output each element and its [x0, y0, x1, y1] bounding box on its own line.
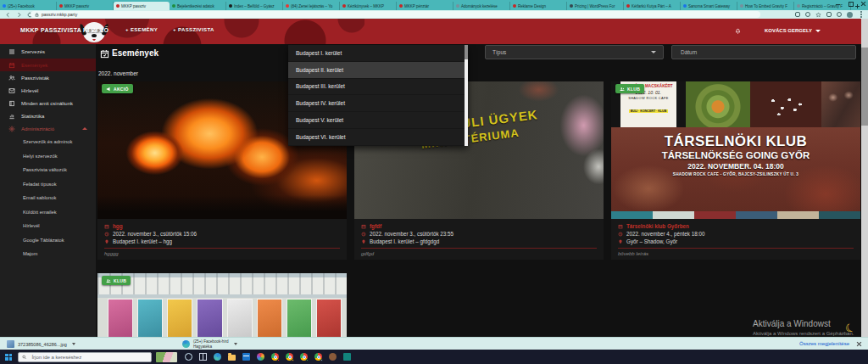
book-icon	[8, 100, 15, 107]
browser-tab[interactable]: Index – Belföld – Gyász	[226, 2, 283, 10]
sidebar-item-events[interactable]: Események	[0, 59, 96, 71]
chrome-profile-icon[interactable]	[271, 353, 279, 361]
month-label: 2022. november	[98, 70, 138, 76]
sidebar-item-everything-we-did[interactable]: Minden amit csináltunk	[0, 97, 96, 109]
district-option-highlighted[interactable]: Budapest II. kerület	[288, 62, 468, 79]
page-scrollbar-thumb[interactable]	[861, 48, 868, 126]
page-scrollbar[interactable]	[861, 19, 868, 337]
download-filename-line2: Hagyatéka	[193, 344, 229, 349]
chevron-down-icon[interactable]	[234, 343, 237, 345]
extension-icon[interactable]	[805, 12, 810, 17]
collage-photo-pills	[750, 81, 821, 127]
sidebar-subitem-local-organizers[interactable]: Helyi szervezők	[0, 149, 96, 164]
browser-tab[interactable]: Kézikönyvek – MKKP	[340, 2, 397, 10]
gimp-icon[interactable]	[329, 353, 337, 361]
sidebar-item-administration[interactable]: Adminisztráció	[0, 122, 96, 135]
add-event-button[interactable]: + ESEMÉNY	[125, 27, 158, 32]
address-bar[interactable]: passziv.mkkp.party	[31, 11, 760, 18]
sidebar-item-statistics[interactable]: Statisztika	[0, 109, 96, 122]
browser-tab[interactable]: Pricing | WordPress For	[567, 2, 624, 10]
maximize-button[interactable]	[848, 1, 854, 7]
taskbar-search[interactable]	[18, 352, 152, 362]
edge-icon[interactable]	[214, 353, 221, 361]
chrome-profile-icon[interactable]	[314, 353, 322, 361]
event-card[interactable]: KLUB KUTYÁK A MACSKÁKÉRT 2022. 10. 01. S…	[611, 81, 860, 260]
forward-icon[interactable]	[16, 12, 22, 18]
sheets-favicon	[172, 4, 175, 8]
add-passivist-button[interactable]: + PASSZIVISTA	[173, 27, 214, 32]
photos-icon[interactable]	[257, 353, 264, 361]
bookmark-star-icon[interactable]	[815, 12, 821, 18]
collage-photo-people	[821, 81, 860, 127]
browser-tab[interactable]: Sanoma Smart Gateway	[681, 2, 737, 10]
extension-icon[interactable]	[826, 12, 832, 17]
date-filter[interactable]	[671, 45, 856, 59]
browser-tab[interactable]: (25+) Facebook	[0, 2, 57, 10]
type-filter-select[interactable]: Típus	[485, 45, 664, 59]
extension-icon[interactable]	[795, 12, 800, 17]
browser-tab[interactable]: Adományok kezelése	[453, 2, 510, 10]
notifications-bell-icon[interactable]	[734, 26, 742, 35]
profile-avatar[interactable]	[847, 12, 853, 18]
browser-tab[interactable]: Kétfarkú Kutya Párt – A	[624, 2, 681, 10]
browser-tab[interactable]: Bejelentkezési adatok	[170, 2, 226, 10]
date-filter-input[interactable]	[679, 48, 849, 56]
event-datetime: 2022. november 3., csütörtök 15:06	[113, 231, 197, 237]
window-controls	[835, 1, 866, 7]
browser-tab[interactable]: Reklame Design	[510, 2, 567, 10]
news-widget-thumbnail[interactable]	[156, 352, 177, 362]
sidebar-subitem-email-templates[interactable]: Email sablonok	[0, 191, 96, 205]
event-location: Győr – Shadow, Győr	[626, 238, 677, 244]
tab-label: MKKP passziv	[121, 4, 146, 8]
dropdown-scrollbar[interactable]	[465, 45, 468, 146]
chrome-profile-icon[interactable]	[300, 353, 308, 361]
show-all-downloads-link[interactable]: Összes megjelenítése	[799, 341, 849, 346]
sidebar-item-passivists[interactable]: Passzivisták	[0, 71, 96, 84]
sidebar-subitem-passivist-variables[interactable]: Passzivista változók	[0, 163, 96, 177]
tab-label: Bejelentkezési adatok	[177, 4, 214, 8]
browser-tab[interactable]: MKKP passziv	[57, 2, 114, 10]
district-option[interactable]: Budapest I. kerület	[288, 45, 468, 62]
back-icon[interactable]	[5, 12, 11, 18]
site-favicon	[456, 4, 459, 8]
extension-icon[interactable]	[837, 12, 842, 17]
district-option[interactable]: Budapest IV. kerület	[288, 95, 468, 112]
chevron-down-icon[interactable]	[72, 343, 75, 345]
user-menu[interactable]: KOVÁCS GERGELY	[765, 28, 821, 33]
user-name: KOVÁCS GERGELY	[765, 28, 812, 33]
browser-tab[interactable]: MKKP pénztár	[397, 2, 453, 10]
sidebar-section-header[interactable]: Szervezés	[0, 44, 96, 59]
start-button[interactable]	[5, 354, 12, 361]
task-view-icon[interactable]	[199, 353, 207, 361]
district-option[interactable]: Budapest III. kerület	[288, 79, 468, 96]
sidebar-subitem-monkey[interactable]: Majom	[0, 247, 96, 261]
minimize-button[interactable]	[835, 1, 841, 7]
file-explorer-icon[interactable]	[228, 355, 236, 361]
search-input[interactable]	[30, 354, 147, 361]
download-item[interactable]: (25+) Facebook-hird Hagyatéka	[182, 338, 237, 350]
cortana-icon[interactable]	[185, 353, 192, 361]
district-option[interactable]: Budapest VI. kerület	[288, 129, 468, 146]
divider	[618, 248, 854, 249]
event-card[interactable]: KLUB	[97, 273, 347, 337]
event-card-footer: hgg 2022. november 3., csütörtök 15:06 B…	[97, 219, 347, 260]
sidebar-subitem-sent-emails[interactable]: Küldött emailek	[0, 205, 96, 220]
chrome-profile-icon[interactable]	[286, 353, 293, 361]
close-downloads-bar-icon[interactable]	[856, 341, 862, 347]
browser-tab-active[interactable]: MKKP passziv	[114, 2, 170, 10]
sidebar-item-newsletter[interactable]: Hírlevél	[0, 84, 96, 97]
browser-tab[interactable]: How To Embed Gravity F	[737, 2, 794, 10]
tab-label: Reklame Design	[518, 4, 546, 8]
browser-tab[interactable]: (84) Zenei lejátszás – Yo	[283, 2, 340, 10]
sidebar-subitem-google-sheets[interactable]: Google Táblázatok	[0, 233, 96, 248]
sidebar-subitem-task-types[interactable]: Feladat típusok	[0, 177, 96, 192]
browser-menu-icon[interactable]	[860, 14, 862, 15]
teams-icon[interactable]	[343, 353, 351, 361]
mail-icon[interactable]	[242, 353, 250, 361]
close-button[interactable]	[860, 1, 866, 7]
dropdown-scrollbar-thumb[interactable]	[465, 45, 468, 59]
district-option[interactable]: Budapest V. kerület	[288, 112, 468, 129]
sidebar-subitem-newsletter[interactable]: Hírlevél	[0, 219, 96, 233]
sidebar-subitem-organizers-admins[interactable]: Szervezők és adminok	[0, 135, 96, 149]
download-item[interactable]: 372385086_46286...jpg	[7, 338, 75, 350]
